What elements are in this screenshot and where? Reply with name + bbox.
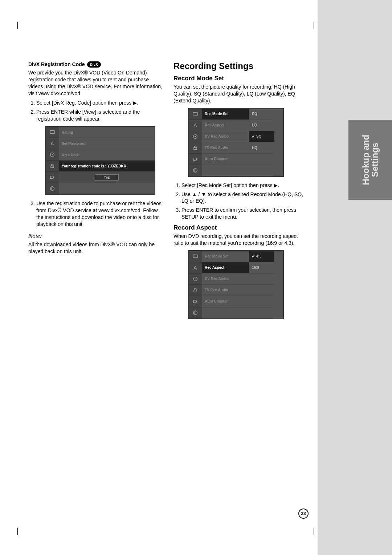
divx-intro: We provide you the DivX® VOD (Video On D… — [28, 69, 163, 97]
osd-item: Rec Aspect — [202, 262, 249, 274]
note-body: All the downloaded videos from DivX® VOD… — [28, 241, 163, 255]
divx-steps-list-cont: Use the registration code to purchase or… — [28, 200, 163, 228]
osd-empty — [249, 285, 274, 296]
svg-rect-17 — [194, 290, 197, 292]
svg-rect-7 — [193, 112, 197, 115]
svg-point-20 — [195, 311, 196, 315]
record-aspect-intro: When DVD recording, you can set the reco… — [173, 233, 308, 247]
osd-empty — [249, 165, 274, 176]
language-icon: A — [189, 262, 202, 274]
disc-icon — [189, 274, 202, 285]
osd-empty — [249, 296, 274, 307]
globe-icon — [189, 165, 202, 176]
divx-heading: DivX Registration Code DivX — [28, 61, 163, 68]
language-icon: A — [46, 138, 59, 149]
osd-icon-column: A — [189, 251, 202, 319]
osd-val: EQ — [249, 109, 274, 120]
svg-point-2 — [52, 154, 53, 155]
osd-item: Area Code — [59, 149, 155, 161]
svg-rect-3 — [51, 166, 54, 167]
rec-icon — [46, 172, 59, 183]
svg-rect-11 — [193, 158, 196, 160]
divx-heading-text: DivX Registration Code — [28, 61, 85, 68]
osd-empty — [249, 274, 274, 285]
svg-rect-14 — [193, 255, 197, 258]
svg-rect-10 — [194, 147, 197, 149]
svg-point-13 — [195, 168, 196, 172]
tv-icon — [46, 127, 59, 138]
osd-item: TV Rec Audio — [202, 285, 249, 296]
crop-mark — [307, 528, 314, 535]
mode-step-3: Press ENTER to confirm your selection, t… — [181, 207, 308, 220]
osd-empty — [249, 154, 274, 165]
left-column: DivX Registration Code DivX We provide y… — [28, 61, 163, 324]
page-number-value: 23 — [301, 511, 306, 516]
osd-empty — [59, 183, 155, 194]
lock-icon — [189, 285, 202, 296]
svg-rect-4 — [50, 176, 53, 179]
content-area: DivX Registration Code DivX We provide y… — [28, 61, 308, 324]
divx-step-1: Select [DivX Reg. Code] option then pres… — [36, 100, 163, 106]
osd-aspect-screenshot: A Rec Mode Set Rec Aspect DV Rec Audio T… — [188, 250, 284, 319]
mode-step-2: Use ▲ / ▼ to select a desired Record Mod… — [181, 191, 308, 205]
rec-icon — [189, 296, 202, 307]
tv-icon — [189, 251, 202, 262]
osd-item: Rating — [59, 127, 155, 138]
lock-icon — [46, 161, 59, 172]
osd-item: DV Rec Audio — [202, 131, 249, 142]
svg-point-9 — [195, 136, 196, 137]
tv-icon — [189, 109, 202, 120]
svg-rect-18 — [193, 300, 196, 303]
crop-mark — [17, 528, 25, 535]
osd-val: LQ — [249, 120, 274, 131]
osd-item: Rec Mode Set — [202, 251, 249, 262]
osd-registration-msg: Your registration code is : YJ3ZEDKR — [59, 161, 155, 172]
svg-point-12 — [193, 168, 197, 172]
crop-mark — [307, 22, 314, 29]
osd-item: Auto Chapter — [202, 154, 249, 165]
osd-item: Auto Chapter — [202, 296, 249, 307]
lock-icon — [189, 142, 202, 154]
osd-recmode-screenshot: A Rec Mode Set Rec Aspect DV Rec Audio T… — [188, 108, 284, 177]
divx-step-3: Use the registration code to purchase or… — [36, 200, 163, 228]
osd-val: 16:9 — [249, 262, 274, 274]
osd-icon-column: A — [46, 127, 59, 194]
svg-rect-0 — [50, 130, 54, 133]
osd-empty — [202, 307, 249, 319]
globe-icon — [46, 183, 59, 194]
page-number: 23 — [298, 509, 309, 519]
language-icon: A — [189, 120, 202, 131]
section-tab: Hookup andSettings — [348, 120, 392, 200]
svg-point-19 — [193, 311, 197, 315]
osd-item: TV Rec Audio — [202, 142, 249, 154]
record-mode-heading: Record Mode Set — [173, 75, 308, 82]
osd-val-label: 4:3 — [256, 254, 261, 258]
record-aspect-heading: Record Aspect — [173, 224, 308, 231]
mode-steps-list: Select [Rec Mode Set] option then press … — [173, 182, 308, 220]
crop-mark — [17, 22, 25, 29]
recording-settings-title: Recording Settings — [173, 61, 308, 71]
osd-val-label: SQ — [256, 134, 261, 138]
osd-item: DV Rec Audio — [202, 274, 249, 285]
manual-page: Hookup andSettings DivX Registration Cod… — [0, 0, 392, 555]
globe-icon — [189, 307, 202, 319]
osd-item: Rec Mode Set — [202, 109, 249, 120]
osd-icon-column: A — [189, 109, 202, 176]
disc-icon — [189, 131, 202, 142]
section-tab-label: Hookup andSettings — [361, 135, 379, 185]
mode-step-1: Select [Rec Mode Set] option then press … — [181, 182, 308, 189]
rec-icon — [189, 154, 202, 165]
osd-item: Rec Aspect — [202, 120, 249, 131]
osd-divx-screenshot: A Rating Set Password Area Code Your reg… — [45, 126, 155, 195]
divx-badge-icon: DivX — [87, 61, 101, 68]
note-heading: Note: — [28, 232, 163, 240]
margin-strip — [318, 0, 392, 555]
svg-point-5 — [50, 187, 54, 191]
svg-point-6 — [52, 187, 53, 191]
osd-item: Set Password — [59, 138, 155, 149]
divx-steps-list: Select [DivX Reg. Code] option then pres… — [28, 100, 163, 122]
disc-icon — [46, 149, 59, 161]
osd-val-selected: ✔SQ — [249, 131, 274, 142]
right-column: Recording Settings Record Mode Set You c… — [173, 61, 308, 324]
osd-val-selected: ✔4:3 — [249, 251, 274, 262]
